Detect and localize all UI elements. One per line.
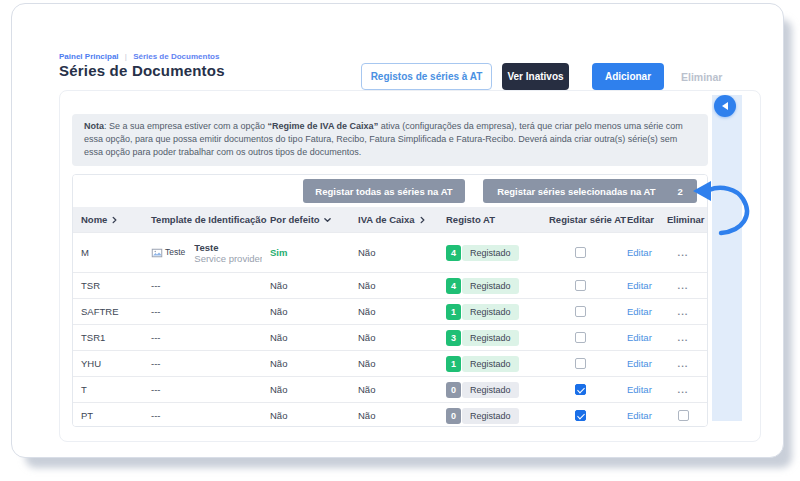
registar-serie-checkbox[interactable]	[575, 332, 586, 343]
registar-serie-checkbox[interactable]	[575, 410, 586, 421]
row-actions-ellipsis[interactable]: ...	[678, 384, 689, 395]
registo-status-label: Registado	[462, 278, 519, 294]
registo-count-badge: 4	[446, 245, 461, 261]
edit-link[interactable]: Editar	[627, 306, 652, 317]
series-at-records-button[interactable]: Registos de séries à AT	[361, 63, 492, 90]
column-header-iva-de-caixa[interactable]: IVA de Caixa	[350, 214, 438, 225]
registo-status-label: Registado	[462, 356, 519, 372]
column-header-eliminar: Eliminar	[659, 214, 707, 225]
por-defeito-value: Não	[270, 384, 287, 395]
por-defeito-value: Não	[270, 332, 287, 343]
registo-at-badge: 1Registado	[446, 356, 519, 372]
registo-at-badge: 0Registado	[446, 408, 519, 424]
column-header-template-de-identifica-o: Template de Identificação	[143, 214, 262, 225]
cell-nome: TSR	[73, 280, 143, 291]
cell-editar: Editar	[619, 410, 659, 421]
app-window: Painel Principal | Séries de Documentos …	[11, 3, 784, 458]
cell-eliminar: ...	[659, 280, 707, 291]
cell-registo-at: 4Registado	[438, 245, 541, 261]
edit-link[interactable]: Editar	[627, 410, 652, 421]
register-selected-series-button[interactable]: Registar séries selecionadas na AT 2	[483, 179, 697, 203]
cell-por-defeito: Não	[262, 410, 350, 421]
row-actions-ellipsis[interactable]: ...	[678, 358, 689, 369]
cell-nome: T	[73, 384, 143, 395]
template-subtitle: Service provider	[194, 253, 262, 264]
por-defeito-value: Não	[270, 306, 287, 317]
cell-por-defeito: Não	[262, 384, 350, 395]
row-actions-ellipsis[interactable]: ...	[678, 306, 689, 317]
cell-registo-at: 4Registado	[438, 278, 541, 294]
registar-serie-checkbox[interactable]	[575, 384, 586, 395]
edit-link[interactable]: Editar	[627, 280, 652, 291]
por-defeito-value: Não	[270, 280, 287, 291]
note-label: Nota	[84, 121, 104, 131]
template-empty-value: ---	[151, 358, 161, 369]
cell-editar: Editar	[619, 358, 659, 369]
table-header-row: NomeTemplate de IdentificaçãoPor defeito…	[73, 207, 707, 232]
table-row: MTesteTesteService providerSimNão4Regist…	[73, 232, 707, 272]
breadcrumb-home-link[interactable]: Painel Principal	[59, 52, 119, 61]
cell-template: ---	[143, 306, 262, 317]
cell-iva-de-caixa: Não	[350, 332, 438, 343]
cell-eliminar: ...	[659, 332, 707, 343]
template-empty-value: ---	[151, 410, 161, 421]
delete-button[interactable]: Eliminar	[681, 63, 731, 90]
column-header-label: Eliminar	[667, 214, 705, 225]
registar-serie-checkbox[interactable]	[575, 247, 586, 258]
side-panel-strip	[712, 95, 742, 421]
cell-nome: SAFTRE	[73, 306, 143, 317]
edit-link[interactable]: Editar	[627, 247, 652, 258]
register-selected-label: Registar séries selecionadas na AT	[497, 186, 655, 197]
registo-count-badge: 3	[446, 330, 461, 346]
registo-count-badge: 0	[446, 382, 461, 398]
edit-link[interactable]: Editar	[627, 358, 652, 369]
registo-count-badge: 1	[446, 304, 461, 320]
table-row: SAFTRE---NãoNão1RegistadoEditar...	[73, 298, 707, 324]
registar-serie-checkbox[interactable]	[575, 306, 586, 317]
breadcrumb-current-link[interactable]: Séries de Documentos	[133, 52, 219, 61]
row-actions-ellipsis[interactable]: ...	[678, 280, 689, 291]
registar-serie-checkbox[interactable]	[575, 280, 586, 291]
column-header-label: Template de Identificação	[151, 214, 266, 225]
table-row: YHU---NãoNão1RegistadoEditar...	[73, 350, 707, 376]
cell-iva-de-caixa: Não	[350, 410, 438, 421]
eliminar-checkbox[interactable]	[678, 410, 689, 421]
cell-template: ---	[143, 410, 262, 421]
cell-iva-de-caixa: Não	[350, 306, 438, 317]
register-all-series-button[interactable]: Registar todas as séries na AT	[303, 179, 465, 203]
column-header-nome[interactable]: Nome	[73, 214, 143, 225]
column-header-registo-at: Registo AT	[438, 214, 541, 225]
view-inactive-button[interactable]: Ver Inativos	[502, 63, 569, 90]
note-bold-text: “Regime de IVA de Caixa”	[268, 121, 379, 131]
template-empty-value: ---	[151, 384, 161, 395]
left-triangle-icon	[722, 102, 728, 110]
collapse-panel-button[interactable]	[714, 95, 736, 117]
add-button[interactable]: Adicionar	[592, 63, 664, 90]
registar-serie-checkbox[interactable]	[575, 358, 586, 369]
cell-iva-de-caixa: Não	[350, 280, 438, 291]
row-actions-ellipsis[interactable]: ...	[678, 247, 689, 258]
registo-at-badge: 4Registado	[446, 245, 519, 261]
edit-link[interactable]: Editar	[627, 332, 652, 343]
registo-status-label: Registado	[462, 382, 519, 398]
cell-editar: Editar	[619, 332, 659, 343]
column-header-label: Registar série AT	[549, 214, 626, 225]
chevron-right-icon	[111, 216, 118, 224]
main-panel: Nota: Se a sua empresa estiver com a opç…	[59, 90, 761, 442]
row-actions-ellipsis[interactable]: ...	[678, 332, 689, 343]
table-row: PT---NãoNão0RegistadoEditar	[73, 402, 707, 427]
column-header-editar: Editar	[619, 214, 659, 225]
column-header-label: Nome	[81, 214, 107, 225]
column-header-label: Editar	[627, 214, 654, 225]
registo-at-badge: 0Registado	[446, 382, 519, 398]
cell-por-defeito: Não	[262, 306, 350, 317]
selected-count-badge: 2	[678, 186, 683, 197]
edit-link[interactable]: Editar	[627, 384, 652, 395]
cell-nome: M	[73, 247, 143, 258]
cell-template: ---	[143, 280, 262, 291]
cell-editar: Editar	[619, 280, 659, 291]
column-header-por-defeito[interactable]: Por defeito	[262, 214, 350, 225]
column-header-label: Registo AT	[446, 214, 495, 225]
template-thumbnail: Teste	[151, 247, 185, 259]
cell-nome: PT	[73, 410, 143, 421]
